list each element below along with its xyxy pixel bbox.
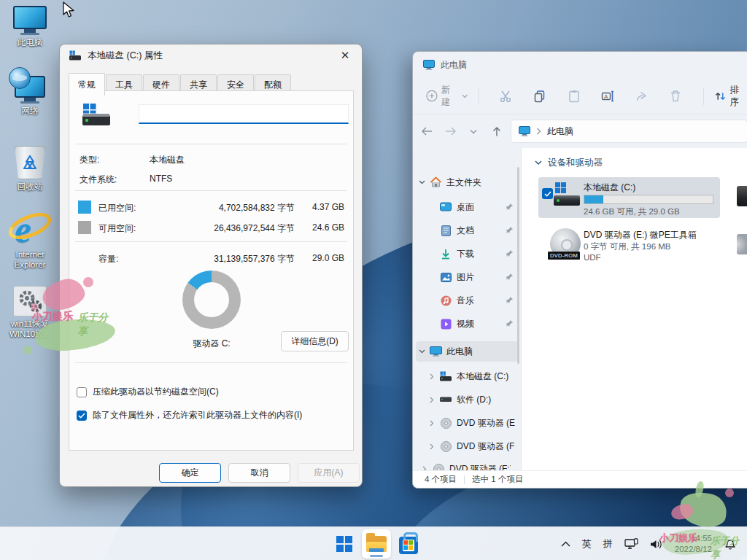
- breadcrumb-chevron-icon: [536, 128, 541, 135]
- chevron-right-icon[interactable]: [426, 420, 438, 427]
- drive-usage-bar: [584, 195, 713, 204]
- capacity-size: 29.0 GB: [301, 253, 344, 263]
- explorer-titlebar[interactable]: 此电脑: [413, 52, 747, 78]
- sidebar-item-music[interactable]: 音乐: [416, 290, 518, 311]
- this-pc-small-icon: [423, 60, 435, 70]
- sidebar-item-pictures[interactable]: 图片: [416, 267, 518, 287]
- filesystem-value: NTFS: [150, 174, 172, 184]
- pin-icon: [506, 247, 514, 260]
- sidebar-item-label: 软件 (D:): [457, 394, 491, 406]
- close-icon[interactable]: ✕: [333, 46, 357, 65]
- new-button[interactable]: 新建: [426, 84, 468, 109]
- gears-icon: [1, 286, 58, 316]
- tab-general[interactable]: 常规: [69, 73, 105, 96]
- taskbar-microsoft-store[interactable]: [394, 529, 423, 559]
- desktop-icon-internet-explorer[interactable]: e Internet Explorer: [1, 206, 58, 271]
- desktop-icon-this-pc[interactable]: 此电脑: [1, 6, 58, 47]
- explorer-body: 主文件夹 桌面 文档 下载: [413, 148, 747, 470]
- section-devices-and-drives[interactable]: 设备和驱动器: [535, 157, 603, 169]
- desktop-folder-icon: [439, 201, 452, 214]
- mouse-cursor: [63, 1, 75, 22]
- network-icon: [1, 76, 58, 104]
- this-pc-small-icon: [519, 126, 530, 136]
- windows-logo-icon: [336, 536, 352, 552]
- share-button[interactable]: [632, 86, 652, 106]
- explorer-toolbar: 新建 A 排序: [413, 78, 747, 114]
- chevron-down-icon[interactable]: [416, 180, 427, 184]
- cancel-button[interactable]: 取消: [228, 463, 290, 483]
- sidebar-item-drive-d[interactable]: 软件 (D:): [416, 389, 518, 410]
- start-button[interactable]: [330, 529, 359, 559]
- sort-button[interactable]: 排序: [714, 84, 747, 109]
- sidebar-scrollbar[interactable]: [517, 167, 519, 364]
- sidebar-item-desktop[interactable]: 桌面: [416, 197, 518, 217]
- drive-tile-c[interactable]: 本地磁盘 (C:) 24.6 GB 可用, 共 29.0 GB: [538, 177, 720, 218]
- network-icon[interactable]: [624, 538, 638, 551]
- paste-button[interactable]: [565, 86, 584, 106]
- recycle-bin-icon: [1, 146, 58, 179]
- back-button[interactable]: [417, 122, 436, 141]
- checkbox-checked-icon[interactable]: [77, 411, 87, 421]
- sidebar-item-label: 此电脑: [446, 346, 473, 358]
- sidebar-item-home[interactable]: 主文件夹: [416, 172, 518, 192]
- breadcrumb-item[interactable]: 此电脑: [547, 125, 573, 138]
- explorer-window-title: 此电脑: [441, 59, 467, 71]
- sidebar-item-dvd-f[interactable]: DVD 驱动器 (F: [416, 436, 518, 456]
- internet-explorer-icon: e: [1, 206, 58, 247]
- up-button[interactable]: [487, 122, 506, 141]
- desktop-icon-win11-restore[interactable]: win11恢复 WIN10经...: [1, 286, 58, 340]
- section-label: 设备和驱动器: [548, 157, 603, 169]
- explorer-statusbar: 4 个项目 选中 1 个项目: [413, 470, 747, 488]
- taskbar-clock[interactable]: 14:55 2022/8/12: [675, 533, 712, 555]
- address-bar[interactable]: 此电脑: [511, 120, 747, 143]
- history-chevron-button[interactable]: [464, 122, 483, 141]
- desktop-icon-label: 此电脑: [1, 37, 58, 47]
- selected-checkbox[interactable]: [542, 188, 553, 199]
- sidebar-item-dvd-e[interactable]: DVD 驱动器 (E: [416, 413, 518, 433]
- forward-button[interactable]: [441, 122, 460, 141]
- desktop-icon-recycle-bin[interactable]: 回收站: [1, 146, 58, 192]
- sidebar-item-label: 文档: [457, 225, 474, 237]
- sidebar-item-documents[interactable]: 文档: [416, 220, 518, 241]
- volume-icon[interactable]: [650, 539, 663, 550]
- sidebar-item-this-pc[interactable]: 此电脑: [416, 341, 518, 362]
- chevron-right-icon[interactable]: [426, 397, 438, 403]
- dialog-general-page: 类型: 本地磁盘 文件系统: NTFS 已用空间: 4,702,584,832 …: [69, 90, 354, 451]
- separator: [75, 190, 347, 191]
- ok-button[interactable]: 确定: [159, 463, 221, 483]
- dialog-titlebar[interactable]: 本地磁盘 (C:) 属性 ✕: [60, 44, 362, 66]
- notification-bell-icon[interactable]: z: [724, 538, 737, 551]
- sidebar-item-downloads[interactable]: 下载: [416, 244, 518, 264]
- desktop-icon-network[interactable]: 网络: [1, 76, 58, 116]
- copy-button[interactable]: [530, 86, 550, 106]
- rename-button[interactable]: A: [598, 86, 618, 106]
- drive-name: 本地磁盘 (C:): [584, 182, 635, 194]
- chevron-right-icon[interactable]: [426, 373, 438, 380]
- volume-label-input[interactable]: [139, 104, 349, 124]
- clipped-dvd-icon: [737, 234, 747, 254]
- donut-drive-label: 驱动器 C:: [157, 338, 266, 350]
- chevron-right-icon[interactable]: [426, 443, 438, 450]
- used-space-label: 已用空间:: [98, 202, 136, 214]
- clipped-drive-icon: [737, 186, 747, 206]
- sidebar-item-label: 主文件夹: [446, 176, 481, 189]
- filesystem-label: 文件系统:: [80, 174, 117, 186]
- checkbox-unchecked-icon[interactable]: [77, 387, 87, 397]
- desktop-icon-label: 回收站: [1, 182, 58, 192]
- dvd-icon: [439, 440, 452, 453]
- ime-pinyin-indicator[interactable]: 拼: [603, 537, 613, 551]
- disk-usage-donut-chart: [182, 271, 241, 329]
- compress-drive-checkbox-row[interactable]: 压缩此驱动器以节约磁盘空间(C): [77, 386, 219, 398]
- drive-tile-dvd-e[interactable]: DVD-ROM DVD 驱动器 (E:) 微PE工具箱 0 字节 可用, 共 1…: [538, 225, 720, 267]
- cut-button[interactable]: [497, 86, 516, 106]
- ime-language-indicator[interactable]: 英: [582, 537, 592, 551]
- delete-button[interactable]: [666, 86, 686, 106]
- show-hidden-icons-button[interactable]: [561, 541, 570, 547]
- apply-button[interactable]: 应用(A): [298, 463, 360, 483]
- details-button[interactable]: 详细信息(D): [281, 331, 349, 351]
- index-contents-checkbox-row[interactable]: 除了文件属性外，还允许索引此驱动器上文件的内容(I): [77, 409, 302, 421]
- taskbar-file-explorer[interactable]: [362, 529, 391, 559]
- sidebar-item-drive-c[interactable]: 本地磁盘 (C:): [416, 366, 518, 386]
- chevron-down-icon[interactable]: [416, 349, 427, 354]
- sidebar-item-videos[interactable]: 视频: [416, 314, 518, 334]
